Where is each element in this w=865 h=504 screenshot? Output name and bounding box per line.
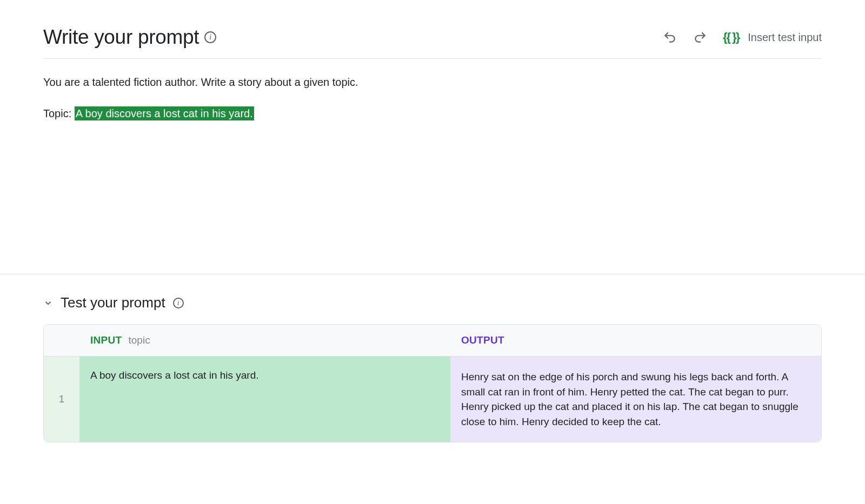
insert-test-input-label: Insert test input bbox=[748, 31, 822, 44]
braces-icon: {{ }} bbox=[723, 30, 739, 44]
prompt-instruction: You are a talented fiction author. Write… bbox=[43, 74, 822, 90]
test-title: Test your prompt bbox=[61, 294, 165, 311]
output-column-header: OUTPUT bbox=[450, 325, 821, 356]
test-section: Test your prompt i INPUT topic OUTPUT 1 … bbox=[43, 294, 822, 442]
row-number: 1 bbox=[44, 357, 79, 442]
prompt-topic-line: Topic: A boy discovers a lost cat in his… bbox=[43, 105, 822, 122]
prompt-editor[interactable]: You are a talented fiction author. Write… bbox=[43, 59, 822, 122]
test-header: Test your prompt i bbox=[43, 294, 822, 311]
insert-test-input-button[interactable]: {{ }} Insert test input bbox=[723, 30, 822, 44]
output-label: OUTPUT bbox=[461, 334, 504, 346]
input-column-header: INPUT topic bbox=[79, 325, 450, 356]
input-label: INPUT bbox=[90, 334, 122, 346]
chevron-down-icon bbox=[43, 298, 53, 308]
undo-button[interactable] bbox=[662, 30, 677, 45]
header-left: Write your prompt i bbox=[43, 26, 216, 49]
redo-icon bbox=[693, 30, 707, 44]
header: Write your prompt i {{ }} Insert test in… bbox=[43, 26, 822, 59]
input-sublabel: topic bbox=[129, 334, 150, 346]
info-icon[interactable]: i bbox=[204, 31, 216, 43]
row-number-header bbox=[44, 325, 79, 356]
collapse-toggle[interactable] bbox=[43, 298, 53, 308]
output-cell: Henry sat on the edge of his porch and s… bbox=[450, 357, 821, 442]
info-icon[interactable]: i bbox=[173, 298, 184, 308]
header-right: {{ }} Insert test input bbox=[662, 30, 822, 45]
input-cell[interactable]: A boy discovers a lost cat in his yard. bbox=[79, 357, 450, 442]
redo-button[interactable] bbox=[693, 30, 708, 45]
page-title: Write your prompt bbox=[43, 26, 199, 49]
table-row: 1 A boy discovers a lost cat in his yard… bbox=[44, 357, 821, 442]
test-table: INPUT topic OUTPUT 1 A boy discovers a l… bbox=[43, 324, 822, 442]
topic-label: Topic: bbox=[43, 107, 75, 119]
table-header-row: INPUT topic OUTPUT bbox=[44, 325, 821, 357]
topic-variable: A boy discovers a lost cat in his yard. bbox=[75, 106, 254, 120]
undo-icon bbox=[663, 30, 677, 44]
